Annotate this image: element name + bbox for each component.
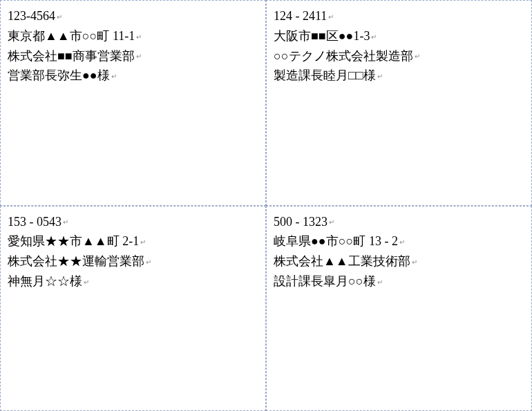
paragraph-mark-icon: ↵	[328, 13, 334, 21]
address-line: 岐阜県●●市○○町 13 - 2↵	[274, 231, 524, 251]
paragraph-mark-icon: ↵	[57, 13, 62, 21]
recipient-line: 営業部長弥生●●様↵	[8, 66, 258, 86]
address-line: 東京都▲▲市○○町 11-1↵	[8, 26, 258, 46]
paragraph-mark-icon: ↵	[140, 238, 146, 246]
paragraph-mark-icon: ↵	[63, 218, 68, 226]
company-line: ○○テクノ株式会社製造部↵	[274, 46, 524, 66]
paragraph-mark-icon: ↵	[412, 258, 417, 266]
postal-code: 153 - 0543↵	[8, 212, 258, 232]
label-cell: 123-4564↵ 東京都▲▲市○○町 11-1↵ 株式会社■■商事営業部↵ 営…	[0, 0, 266, 206]
label-cell: 124 - 2411↵ 大阪市■■区●●1-3↵ ○○テクノ株式会社製造部↵ 製…	[266, 0, 532, 206]
paragraph-mark-icon: ↵	[136, 33, 142, 41]
paragraph-mark-icon: ↵	[146, 258, 151, 266]
label-cell: 153 - 0543↵ 愛知県★★市▲▲町 2-1↵ 株式会社★★運輸営業部↵ …	[0, 206, 266, 412]
address-line: 愛知県★★市▲▲町 2-1↵	[8, 231, 258, 251]
label-sheet: 123-4564↵ 東京都▲▲市○○町 11-1↵ 株式会社■■商事営業部↵ 営…	[0, 0, 532, 411]
company-line: 株式会社▲▲工業技術部↵	[274, 251, 524, 271]
address-line: 大阪市■■区●●1-3↵	[274, 26, 524, 46]
paragraph-mark-icon: ↵	[111, 73, 117, 80]
paragraph-mark-icon: ↵	[371, 33, 377, 41]
paragraph-mark-icon: ↵	[329, 218, 334, 226]
paragraph-mark-icon: ↵	[136, 52, 142, 60]
recipient-line: 製造課長睦月□□様↵	[274, 66, 524, 86]
paragraph-mark-icon: ↵	[399, 238, 405, 246]
paragraph-mark-icon: ↵	[377, 73, 383, 80]
recipient-line: 設計課長皐月○○様↵	[274, 271, 524, 291]
company-line: 株式会社■■商事営業部↵	[8, 46, 258, 66]
postal-code: 500 - 1323↵	[274, 212, 524, 232]
company-line: 株式会社★★運輸営業部↵	[8, 251, 258, 271]
paragraph-mark-icon: ↵	[415, 52, 420, 60]
paragraph-mark-icon: ↵	[377, 278, 383, 286]
label-cell: 500 - 1323↵ 岐阜県●●市○○町 13 - 2↵ 株式会社▲▲工業技術…	[266, 206, 532, 412]
paragraph-mark-icon: ↵	[84, 278, 89, 286]
postal-code: 124 - 2411↵	[274, 6, 524, 26]
recipient-line: 神無月☆☆様↵	[8, 271, 258, 291]
postal-code: 123-4564↵	[8, 6, 258, 26]
